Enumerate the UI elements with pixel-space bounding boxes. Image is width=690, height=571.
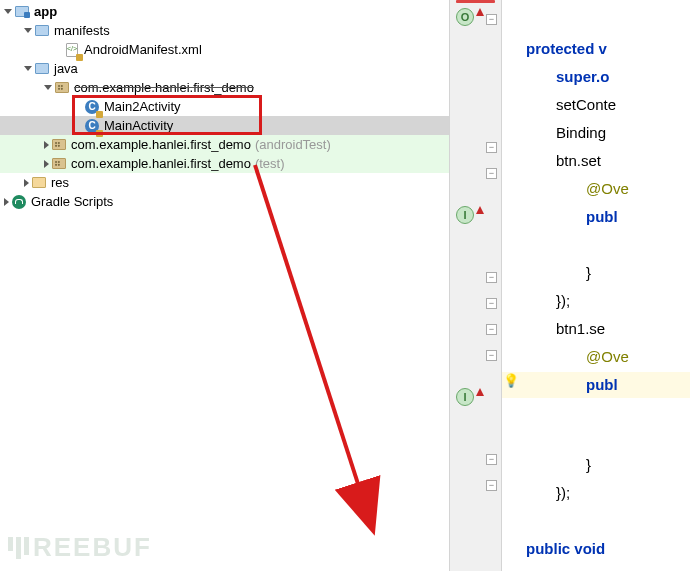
tree-label: res xyxy=(51,175,69,190)
watermark-bars-icon xyxy=(8,537,29,559)
editor-code[interactable]: protected v super.o setConte Binding btn… xyxy=(502,0,690,571)
module-folder-icon xyxy=(14,4,30,20)
tree-label: Gradle Scripts xyxy=(31,194,113,209)
tree-node-app[interactable]: app xyxy=(0,2,449,21)
res-folder-icon xyxy=(31,175,47,191)
fold-toggle-icon[interactable]: − xyxy=(486,168,497,179)
fold-toggle-icon[interactable]: − xyxy=(486,324,497,335)
tree-node-pkg-main[interactable]: com.example.hanlei.first_demo xyxy=(0,78,449,97)
up-arrow-icon xyxy=(476,206,484,214)
tree-label: Main2Activity xyxy=(104,99,181,114)
watermark-text: REEBUF xyxy=(33,532,152,563)
code-token: } xyxy=(502,264,591,281)
code-token: protected v xyxy=(526,40,607,57)
fold-toggle-icon[interactable]: − xyxy=(486,350,497,361)
chevron-down-icon[interactable] xyxy=(4,9,12,14)
fold-toggle-icon[interactable]: − xyxy=(486,298,497,309)
code-token: Binding xyxy=(502,124,606,141)
up-arrow-icon xyxy=(476,8,484,16)
tree-node-manifest-file[interactable]: AndroidManifest.xml xyxy=(0,40,449,59)
folder-icon xyxy=(34,23,50,39)
error-strip-icon xyxy=(456,0,495,3)
fold-toggle-icon[interactable]: − xyxy=(486,480,497,491)
tree-node-pkg-test[interactable]: com.example.hanlei.first_demo (test) xyxy=(0,154,449,173)
up-arrow-icon xyxy=(476,388,484,396)
chevron-right-icon[interactable] xyxy=(44,160,49,168)
class-icon: C xyxy=(84,118,100,134)
tree-node-pkg-androidtest[interactable]: com.example.hanlei.first_demo (androidTe… xyxy=(0,135,449,154)
xml-file-icon xyxy=(64,42,80,58)
tree-hint: (androidTest) xyxy=(255,137,331,152)
code-token: btn1.se xyxy=(502,320,605,337)
code-token: } xyxy=(502,456,591,473)
tree-label: com.example.hanlei.first_demo xyxy=(74,80,254,95)
gradle-icon xyxy=(11,194,27,210)
class-icon: C xyxy=(84,99,100,115)
project-tree-panel: app manifests AndroidManifest.xml java xyxy=(0,0,450,571)
implements-gutter-icon[interactable]: I xyxy=(456,206,474,224)
chevron-down-icon[interactable] xyxy=(24,66,32,71)
tree-label: java xyxy=(54,61,78,76)
tree-node-res[interactable]: res xyxy=(0,173,449,192)
ide-window: app manifests AndroidManifest.xml java xyxy=(0,0,690,571)
tree-hint: (test) xyxy=(255,156,285,171)
code-token: }); xyxy=(502,292,570,309)
folder-icon xyxy=(34,61,50,77)
code-token: publ xyxy=(586,376,618,393)
code-token: @Ove xyxy=(586,348,629,365)
code-token: public void xyxy=(526,540,605,557)
code-token: setConte xyxy=(502,96,616,113)
tree-label: manifests xyxy=(54,23,110,38)
package-icon xyxy=(51,137,67,153)
tree-label: com.example.hanlei.first_demo xyxy=(71,156,251,171)
tree-label: MainActivity xyxy=(104,118,173,133)
chevron-right-icon[interactable] xyxy=(44,141,49,149)
tree-node-mainactivity[interactable]: C MainActivity xyxy=(0,116,449,135)
chevron-down-icon[interactable] xyxy=(24,28,32,33)
project-tree[interactable]: app manifests AndroidManifest.xml java xyxy=(0,0,449,211)
code-token: }); xyxy=(502,484,570,501)
intention-bulb-icon[interactable] xyxy=(504,372,518,386)
code-token: super.o xyxy=(556,68,609,85)
tree-node-main2activity[interactable]: C Main2Activity xyxy=(0,97,449,116)
code-token: publ xyxy=(586,208,618,225)
package-icon xyxy=(54,80,70,96)
fold-toggle-icon[interactable]: − xyxy=(486,454,497,465)
tree-node-gradle[interactable]: Gradle Scripts xyxy=(0,192,449,211)
tree-node-java[interactable]: java xyxy=(0,59,449,78)
tree-label: AndroidManifest.xml xyxy=(84,42,202,57)
editor-gutter[interactable]: O − − − − − − − − − I I xyxy=(450,0,502,571)
package-icon xyxy=(51,156,67,172)
tree-node-manifests[interactable]: manifests xyxy=(0,21,449,40)
tree-label: com.example.hanlei.first_demo xyxy=(71,137,251,152)
chevron-right-icon[interactable] xyxy=(24,179,29,187)
fold-toggle-icon[interactable]: − xyxy=(486,142,497,153)
tree-label: app xyxy=(34,4,57,19)
code-token: @Ove xyxy=(586,180,629,197)
override-gutter-icon[interactable]: O xyxy=(456,8,474,26)
fold-toggle-icon[interactable]: − xyxy=(486,14,497,25)
chevron-down-icon[interactable] xyxy=(44,85,52,90)
editor-panel: O − − − − − − − − − I I protected v supe… xyxy=(450,0,690,571)
implements-gutter-icon[interactable]: I xyxy=(456,388,474,406)
chevron-right-icon[interactable] xyxy=(4,198,9,206)
fold-toggle-icon[interactable]: − xyxy=(486,272,497,283)
svg-line-0 xyxy=(255,165,360,490)
code-token: btn.set xyxy=(502,152,601,169)
watermark: REEBUF xyxy=(8,532,152,563)
